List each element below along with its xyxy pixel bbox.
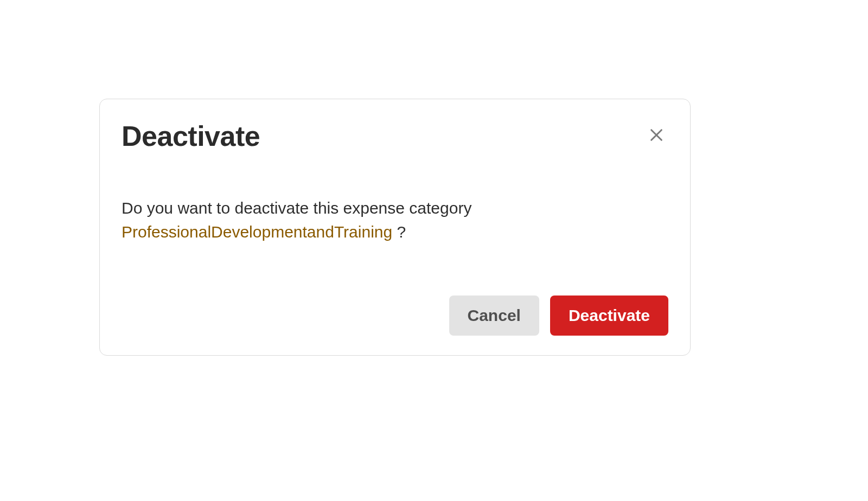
modal-footer: Cancel Deactivate	[122, 296, 668, 336]
deactivate-modal: Deactivate Do you want to deactivate thi…	[99, 99, 691, 356]
cancel-button[interactable]: Cancel	[449, 296, 539, 336]
close-button[interactable]	[644, 123, 668, 147]
modal-body: Do you want to deactivate this expense c…	[122, 196, 668, 243]
close-icon	[648, 126, 665, 144]
modal-header: Deactivate	[122, 121, 668, 152]
modal-title: Deactivate	[122, 121, 260, 152]
modal-message-prefix: Do you want to deactivate this expense c…	[122, 199, 471, 217]
deactivate-button[interactable]: Deactivate	[550, 296, 668, 336]
modal-message-suffix: ?	[397, 223, 406, 241]
category-name: ProfessionalDevelopmentandTraining	[122, 223, 392, 241]
